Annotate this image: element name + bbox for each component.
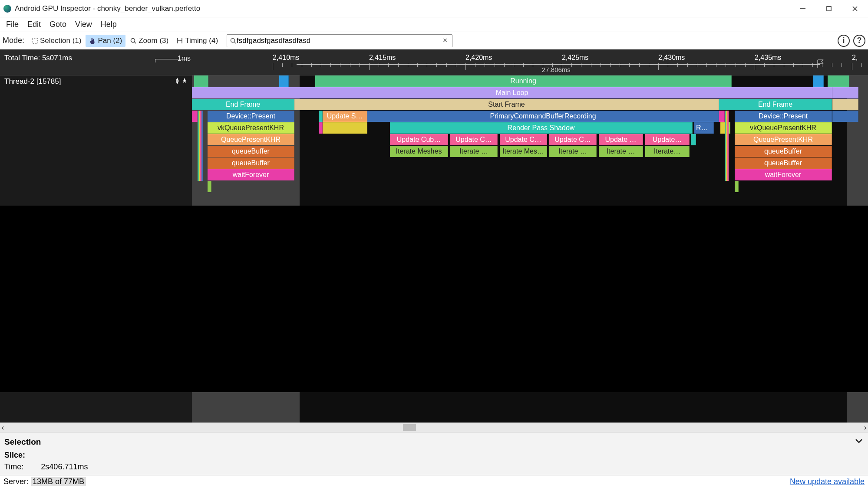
trace-slice[interactable]: queueBuffer: [735, 146, 832, 157]
trace-slice[interactable]: Update C…: [500, 134, 547, 145]
update-link[interactable]: New update available: [790, 477, 865, 486]
trace-slice[interactable]: Iterate…: [645, 146, 690, 157]
trace-slice[interactable]: [319, 122, 323, 134]
timeline[interactable]: Total Time: 5s071ms 1ms 2,410ms2,415ms2,…: [0, 49, 868, 422]
mode-label: Mode:: [3, 36, 24, 45]
pin-icon[interactable]: [182, 77, 188, 86]
trace-slice[interactable]: Update Cub…: [390, 134, 448, 145]
trace-slice[interactable]: [735, 181, 739, 192]
time-value: 2s406.711ms: [41, 462, 88, 472]
trace-slice[interactable]: [719, 111, 725, 122]
search-clear-button[interactable]: ×: [441, 36, 449, 45]
minimize-button[interactable]: [790, 0, 816, 17]
help-button[interactable]: ?: [853, 35, 865, 47]
trace-slice[interactable]: End Frame: [719, 99, 832, 110]
trace-slice[interactable]: Running: [315, 75, 732, 87]
mode-pan-button[interactable]: Pan (2): [86, 35, 125, 47]
menu-help[interactable]: Help: [96, 18, 121, 31]
trace-slice[interactable]: Update S…: [323, 111, 367, 122]
collapse-icon[interactable]: ▴▾: [176, 77, 179, 86]
trace-slice[interactable]: [832, 99, 858, 110]
trace-slice[interactable]: Iterate …: [450, 146, 498, 157]
trace-slice[interactable]: Iterate …: [549, 146, 597, 157]
window-title: Android GPU Inspector - chonky_bender_vu…: [15, 4, 200, 13]
svg-point-5: [131, 38, 135, 42]
info-button[interactable]: i: [838, 35, 850, 47]
trace-slice[interactable]: waitForever: [735, 169, 832, 180]
trace-slice[interactable]: Iterate Mes…: [500, 146, 547, 157]
trace-slice[interactable]: vkQueuePresentKHR: [735, 122, 832, 134]
trace-slice[interactable]: [813, 75, 824, 87]
mode-selection-button[interactable]: Selection (1): [28, 35, 85, 47]
horizontal-scrollbar[interactable]: ‹ ›: [0, 422, 868, 432]
trace-slice[interactable]: queueBuffer: [208, 157, 294, 169]
menu-file[interactable]: File: [2, 18, 23, 31]
app-icon: [3, 5, 11, 13]
details-title: Selection: [4, 437, 41, 447]
trace-slice[interactable]: Re…: [694, 122, 714, 134]
chevron-down-icon: [854, 436, 864, 445]
trace-slice[interactable]: Device::Present: [208, 111, 294, 122]
trace-slice[interactable]: Update C…: [549, 134, 597, 145]
server-label: Server:: [3, 477, 29, 486]
trace-slice[interactable]: [832, 87, 858, 98]
time-tick: 2,: [852, 54, 858, 62]
trace-slice[interactable]: [319, 111, 323, 122]
trace-slice[interactable]: Update C…: [450, 134, 498, 145]
titlebar: Android GPU Inspector - chonky_bender_vu…: [0, 0, 868, 17]
scroll-right-button[interactable]: ›: [864, 424, 866, 432]
trace-slice[interactable]: [279, 75, 289, 87]
time-tick: 2,430ms: [658, 54, 685, 62]
search-icon: [230, 37, 237, 44]
maximize-button[interactable]: [816, 0, 842, 17]
trace-slice[interactable]: queueBuffer: [735, 157, 832, 169]
menu-edit[interactable]: Edit: [23, 18, 45, 31]
trace-slice[interactable]: PrimaryCommandBufferRecording: [367, 111, 719, 122]
trace-slice[interactable]: Update…: [645, 134, 690, 145]
tick-mark: [292, 63, 292, 67]
trace-slice[interactable]: QueuePresentKHR: [208, 134, 294, 145]
mode-label-text: Selection (1): [40, 36, 81, 45]
visible-span-bar: [297, 64, 820, 65]
trace-slice[interactable]: [691, 134, 696, 145]
info-icon: i: [842, 36, 845, 45]
trace-slice[interactable]: [194, 75, 208, 87]
time-ruler[interactable]: Total Time: 5s071ms 1ms 2,410ms2,415ms2,…: [0, 49, 868, 75]
time-tick: 2,415ms: [369, 54, 396, 62]
tick-mark: [832, 63, 832, 67]
trace-slice[interactable]: [192, 111, 198, 122]
menu-view[interactable]: View: [71, 18, 96, 31]
flag-start-icon[interactable]: [816, 59, 826, 69]
details-collapse-button[interactable]: [854, 436, 864, 448]
trace-slice[interactable]: QueuePresentKHR: [735, 134, 832, 145]
scrollbar-thumb[interactable]: [403, 424, 416, 431]
scroll-left-button[interactable]: ‹: [2, 424, 4, 432]
search-box[interactable]: ×: [227, 34, 452, 47]
trace-slice[interactable]: queueBuffer: [208, 146, 294, 157]
search-input[interactable]: [237, 36, 441, 45]
trace-slice[interactable]: Device::Present: [735, 111, 832, 122]
trace-slice[interactable]: [208, 181, 211, 192]
scale-label: 1ms: [178, 55, 191, 62]
trace-slice[interactable]: Start Frame: [294, 99, 719, 110]
trace-slice[interactable]: [323, 122, 367, 134]
tick-mark: [273, 63, 273, 70]
trace-slice[interactable]: Main Loop: [192, 87, 832, 98]
time-label: Time:: [4, 462, 23, 472]
svg-rect-4: [32, 38, 37, 43]
trace-slice[interactable]: Iterate Meshes: [390, 146, 448, 157]
trace-slice[interactable]: Iterate …: [599, 146, 643, 157]
trace-slice[interactable]: Render Pass Shadow: [390, 122, 693, 134]
thread-header[interactable]: Thread-2 [15785] ▴▾: [0, 75, 192, 88]
mode-timing-button[interactable]: Timing (4): [173, 35, 221, 47]
mode-zoom-button[interactable]: Zoom (3): [126, 35, 172, 47]
menu-goto[interactable]: Goto: [45, 18, 71, 31]
trace-slice[interactable]: [832, 111, 858, 122]
trace-slice[interactable]: vkQueuePresentKHR: [208, 122, 294, 134]
trace-slice[interactable]: waitForever: [208, 169, 294, 180]
trace-slice[interactable]: [828, 75, 849, 87]
close-button[interactable]: [842, 0, 868, 17]
trace-slice[interactable]: End Frame: [192, 99, 294, 110]
trace-slice[interactable]: Update …: [599, 134, 643, 145]
window-controls: [790, 0, 868, 17]
